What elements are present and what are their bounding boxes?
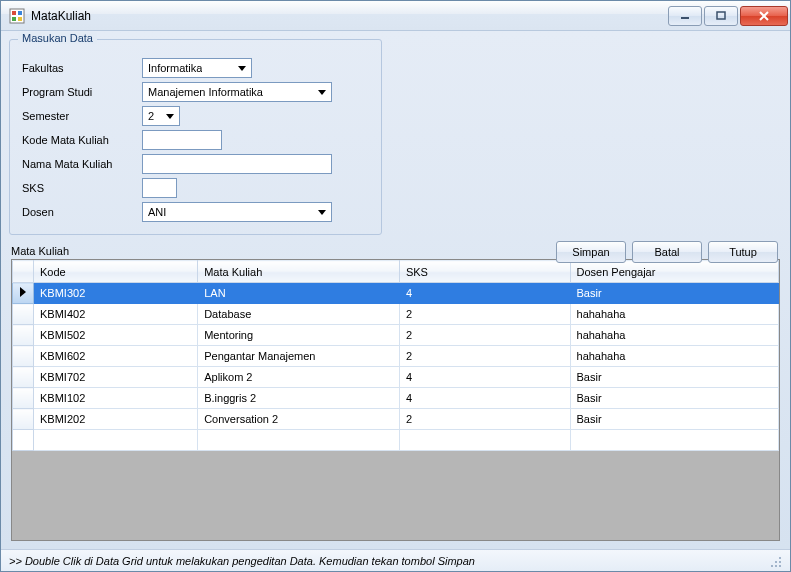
- dosen-value: ANI: [146, 206, 166, 218]
- status-text: >> Double Clik di Data Grid untuk melaku…: [9, 555, 475, 567]
- row-header[interactable]: [13, 346, 34, 367]
- svg-point-11: [775, 565, 777, 567]
- cell-kode[interactable]: [34, 430, 198, 451]
- cell-kode[interactable]: KBMI202: [34, 409, 198, 430]
- cell-dosen[interactable]: hahahaha: [570, 325, 778, 346]
- fakultas-value: Informatika: [146, 62, 202, 74]
- svg-rect-2: [18, 11, 22, 15]
- cell-dosen[interactable]: hahahaha: [570, 346, 778, 367]
- prodi-select[interactable]: Manajemen Informatika: [142, 82, 332, 102]
- status-bar: >> Double Clik di Data Grid untuk melaku…: [1, 549, 790, 571]
- table-row[interactable]: KBMI302LAN4Basir: [13, 283, 779, 304]
- cell-mk[interactable]: Database: [198, 304, 400, 325]
- svg-point-8: [775, 561, 777, 563]
- cell-sks[interactable]: 2: [399, 325, 570, 346]
- table-row[interactable]: KBMI202Conversation 22Basir: [13, 409, 779, 430]
- close-button[interactable]: [740, 6, 788, 26]
- app-icon: [9, 8, 25, 24]
- cell-sks[interactable]: 4: [399, 367, 570, 388]
- cell-kode[interactable]: KBMI602: [34, 346, 198, 367]
- cell-sks[interactable]: 4: [399, 388, 570, 409]
- row-header[interactable]: [13, 409, 34, 430]
- nama-label: Nama Mata Kuliah: [22, 158, 142, 170]
- chevron-down-icon: [234, 60, 249, 76]
- cell-kode[interactable]: KBMI302: [34, 283, 198, 304]
- cell-sks[interactable]: 4: [399, 283, 570, 304]
- cell-mk[interactable]: Mentoring: [198, 325, 400, 346]
- cell-dosen[interactable]: Basir: [570, 283, 778, 304]
- svg-rect-3: [12, 17, 16, 21]
- cell-kode[interactable]: KBMI402: [34, 304, 198, 325]
- title-bar[interactable]: MataKuliah: [1, 1, 790, 31]
- grid-header-row: Kode Mata Kuliah SKS Dosen Pengajar: [13, 261, 779, 283]
- cell-sks[interactable]: 2: [399, 346, 570, 367]
- grid-empty-area: [12, 451, 779, 540]
- data-grid[interactable]: Kode Mata Kuliah SKS Dosen Pengajar KBMI…: [11, 259, 780, 541]
- svg-rect-4: [18, 17, 22, 21]
- table-row-new[interactable]: [13, 430, 779, 451]
- svg-point-7: [779, 557, 781, 559]
- resize-grip-icon[interactable]: [768, 554, 782, 568]
- table-row[interactable]: KBMI402Database2hahahaha: [13, 304, 779, 325]
- sks-label: SKS: [22, 182, 142, 194]
- dosen-select[interactable]: ANI: [142, 202, 332, 222]
- col-header-dosen[interactable]: Dosen Pengajar: [570, 261, 778, 283]
- row-header[interactable]: [13, 304, 34, 325]
- row-header[interactable]: [13, 283, 34, 304]
- col-header-sks[interactable]: SKS: [399, 261, 570, 283]
- cell-sks[interactable]: 2: [399, 304, 570, 325]
- row-header[interactable]: [13, 388, 34, 409]
- table-row[interactable]: KBMI702Aplikom 24Basir: [13, 367, 779, 388]
- cell-dosen[interactable]: hahahaha: [570, 304, 778, 325]
- table-row[interactable]: KBMI502Mentoring2hahahaha: [13, 325, 779, 346]
- cell-mk[interactable]: Aplikom 2: [198, 367, 400, 388]
- sks-input[interactable]: [142, 178, 177, 198]
- batal-button[interactable]: Batal: [632, 241, 702, 263]
- semester-value: 2: [146, 110, 154, 122]
- prodi-value: Manajemen Informatika: [146, 86, 263, 98]
- cell-mk[interactable]: Pengantar Manajemen: [198, 346, 400, 367]
- cell-dosen[interactable]: Basir: [570, 388, 778, 409]
- dosen-label: Dosen: [22, 206, 142, 218]
- svg-point-12: [779, 565, 781, 567]
- nama-input[interactable]: [142, 154, 332, 174]
- input-groupbox: Masukan Data Fakultas Informatika Progra…: [9, 39, 382, 235]
- cell-mk[interactable]: LAN: [198, 283, 400, 304]
- simpan-button[interactable]: Simpan: [556, 241, 626, 263]
- tutup-button[interactable]: Tutup: [708, 241, 778, 263]
- chevron-down-icon: [314, 204, 329, 220]
- cell-dosen[interactable]: Basir: [570, 367, 778, 388]
- svg-point-9: [779, 561, 781, 563]
- minimize-button[interactable]: [668, 6, 702, 26]
- table-row[interactable]: KBMI102B.inggris 24Basir: [13, 388, 779, 409]
- grid-corner: [13, 261, 34, 283]
- table-row[interactable]: KBMI602Pengantar Manajemen2hahahaha: [13, 346, 779, 367]
- col-header-kode[interactable]: Kode: [34, 261, 198, 283]
- chevron-down-icon: [314, 84, 329, 100]
- kode-input[interactable]: [142, 130, 222, 150]
- window-title: MataKuliah: [31, 9, 668, 23]
- cell-mk[interactable]: B.inggris 2: [198, 388, 400, 409]
- cell-mk[interactable]: Conversation 2: [198, 409, 400, 430]
- row-header[interactable]: [13, 325, 34, 346]
- col-header-mk[interactable]: Mata Kuliah: [198, 261, 400, 283]
- maximize-button[interactable]: [704, 6, 738, 26]
- action-buttons: Simpan Batal Tutup: [556, 241, 778, 263]
- groupbox-legend: Masukan Data: [18, 32, 97, 44]
- cell-kode[interactable]: KBMI102: [34, 388, 198, 409]
- cell-kode[interactable]: KBMI702: [34, 367, 198, 388]
- row-header[interactable]: [13, 430, 34, 451]
- fakultas-select[interactable]: Informatika: [142, 58, 252, 78]
- cell-dosen[interactable]: [570, 430, 778, 451]
- cell-sks[interactable]: 2: [399, 409, 570, 430]
- kode-label: Kode Mata Kuliah: [22, 134, 142, 146]
- cell-mk[interactable]: [198, 430, 400, 451]
- semester-select[interactable]: 2: [142, 106, 180, 126]
- cell-kode[interactable]: KBMI502: [34, 325, 198, 346]
- row-header[interactable]: [13, 367, 34, 388]
- cell-sks[interactable]: [399, 430, 570, 451]
- fakultas-label: Fakultas: [22, 62, 142, 74]
- svg-point-10: [771, 565, 773, 567]
- cell-dosen[interactable]: Basir: [570, 409, 778, 430]
- window-controls: [668, 6, 788, 26]
